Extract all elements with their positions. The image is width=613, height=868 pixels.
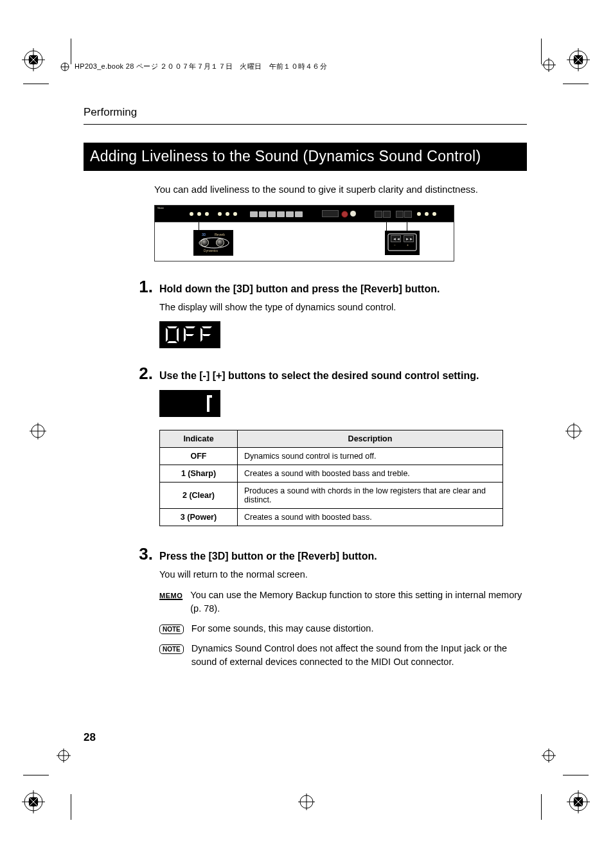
crop-line — [541, 794, 542, 820]
page-number: 28 — [84, 731, 96, 744]
reg-mark-ml — [30, 423, 46, 442]
table-cell: OFF — [160, 447, 238, 465]
step-2: 2. Use the [-] [+] buttons to select the… — [135, 364, 527, 384]
table-header: Indicate — [160, 430, 238, 447]
zoom-3d-reverb: 3D Reverb Dynamics — [193, 230, 233, 256]
panel-knob-icon — [350, 211, 356, 217]
step-title: Press the [3D] button or the [Reverb] bu… — [159, 550, 377, 563]
step-body: The display will show the type of dynami… — [159, 301, 527, 315]
step-number: 3. — [135, 544, 153, 564]
header-text: HP203_e.book 28 ページ ２００７年７月１７日 火曜日 午前１０時… — [75, 62, 327, 71]
panel-button — [383, 211, 391, 218]
knob-icon — [197, 212, 201, 216]
step-3: 3. Press the [3D] button or the [Reverb]… — [135, 544, 527, 564]
step-title: Hold down the [3D] button and press the … — [159, 283, 440, 296]
svg-point-37 — [199, 238, 229, 248]
rec-led-icon — [341, 211, 348, 218]
step-number: 1. — [135, 277, 153, 297]
memo-text: You can use the Memory Backup function t… — [190, 589, 524, 616]
target-mark — [542, 58, 556, 75]
memo-icon: MEMO — [159, 589, 182, 601]
svg-rect-40 — [388, 234, 416, 251]
knob-icon — [190, 212, 193, 216]
table-row: 1 (Sharp) Creates a sound with boosted b… — [160, 465, 503, 482]
step-number: 2. — [135, 364, 153, 384]
head-rule — [84, 124, 527, 125]
framemaker-header: HP203_e.book 28 ページ ２００７年７月１７日 火曜日 午前１０時… — [60, 62, 327, 71]
knob-icon — [205, 212, 209, 216]
book-icon — [60, 62, 69, 71]
lcd-display-off — [159, 321, 220, 348]
table-cell: 1 (Sharp) — [160, 465, 238, 482]
reg-mark-mr — [565, 423, 582, 442]
target-mark — [542, 748, 556, 765]
knob-icon — [417, 212, 421, 216]
note-row: NOTE For some sounds, this may cause dis… — [159, 622, 527, 635]
lcd-display-1 — [159, 390, 220, 417]
leader-line — [407, 222, 407, 231]
knob-icon — [425, 212, 429, 216]
panel-button — [268, 211, 276, 217]
step-1: 1. Hold down the [3D] button and press t… — [135, 277, 527, 297]
table-row: OFF Dynamics sound control is turned off… — [160, 447, 503, 465]
zoom-plus-minus: ◄◄ ►► − + — [385, 231, 420, 255]
step-title: Use the [-] [+] buttons to select the de… — [159, 369, 479, 383]
reg-mark-tr — [567, 48, 590, 74]
intro-text: You can add liveliness to the sound to g… — [154, 182, 527, 196]
leader-line — [386, 222, 387, 231]
table-cell: Creates a sound with boosted bass. — [238, 508, 503, 526]
note-text: Dynamics Sound Control does not affect t… — [191, 642, 526, 669]
reg-mark-br — [567, 790, 590, 816]
knob-icon — [226, 212, 229, 216]
crop-line — [71, 39, 71, 64]
panel-button — [286, 211, 294, 217]
note-text: For some sounds, this may cause distorti… — [191, 622, 374, 635]
panel-button — [396, 211, 404, 218]
panel-label: Volume — [157, 207, 164, 209]
table-row: 2 (Clear) Produces a sound with chords i… — [160, 482, 503, 508]
table-cell: 3 (Power) — [160, 508, 238, 526]
crop-line — [541, 39, 542, 64]
table-cell: Produces a sound with chords in the low … — [238, 482, 503, 508]
crop-line — [563, 84, 589, 84]
reg-mark-mb — [298, 793, 315, 813]
zoom-label: Reverb — [215, 233, 225, 236]
table-row: 3 (Power) Creates a sound with boosted b… — [160, 508, 503, 526]
table-cell: 2 (Clear) — [160, 482, 238, 508]
zoom-label: 3D — [202, 233, 206, 236]
panel-button — [277, 211, 285, 217]
oval-highlight-icon — [198, 237, 230, 250]
table-cell: Dynamics sound control is turned off. — [238, 447, 503, 465]
panel-callout-box: 3D Reverb Dynamics ◄◄ ►► − + — [154, 222, 454, 261]
note-icon: NOTE — [159, 623, 184, 634]
table-cell: Creates a sound with boosted bass and tr… — [238, 465, 503, 482]
reg-mark-tl — [22, 48, 45, 74]
knob-icon — [432, 212, 436, 216]
note-row: NOTE Dynamics Sound Control does not aff… — [159, 642, 527, 669]
section-title-bar: Adding Liveliness to the Sound (Dynamics… — [84, 143, 527, 171]
control-panel-illustration: Volume — [154, 205, 454, 222]
panel-button — [259, 211, 267, 217]
knob-icon — [218, 212, 222, 216]
target-mark — [57, 748, 71, 765]
memo-row: MEMO You can use the Memory Backup funct… — [159, 589, 527, 616]
running-head: Performing — [84, 106, 527, 119]
crop-line — [563, 775, 589, 775]
rect-highlight-icon — [387, 233, 417, 251]
crop-line — [23, 84, 49, 84]
crop-line — [71, 794, 71, 820]
panel-button — [250, 211, 258, 217]
panel-button — [375, 211, 382, 218]
settings-table: Indicate Description OFF Dynamics sound … — [159, 430, 503, 526]
knob-icon — [233, 212, 237, 216]
crop-line — [23, 775, 49, 775]
note-icon: NOTE — [159, 642, 184, 654]
step-body: You will return to the normal screen. — [159, 568, 527, 582]
reg-mark-bl — [22, 790, 45, 816]
panel-button — [404, 211, 412, 218]
panel-display — [322, 210, 339, 217]
table-header: Description — [238, 430, 503, 447]
panel-button — [295, 211, 303, 217]
